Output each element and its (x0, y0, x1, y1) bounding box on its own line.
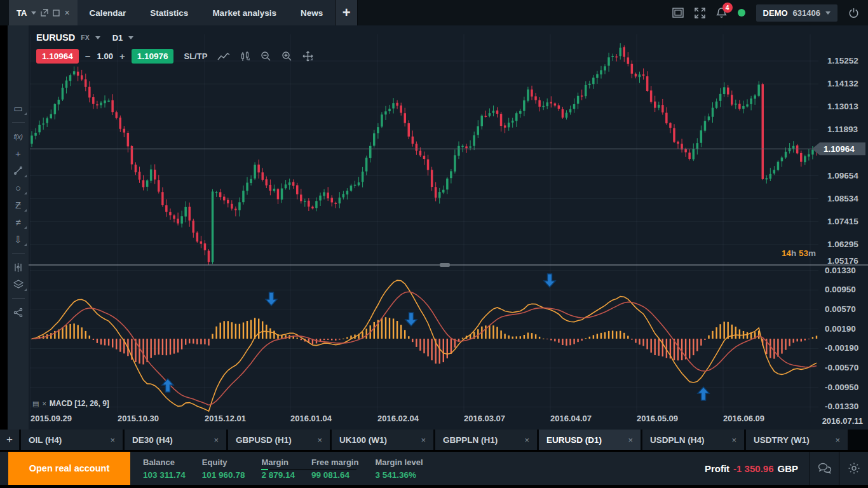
instrument-tab-uk100[interactable]: UK100 (W1)× (332, 430, 433, 450)
date-axis-label: 2015.12.01 (205, 414, 246, 423)
notification-badge: 4 (722, 3, 733, 13)
close-tab-icon[interactable]: × (317, 435, 322, 445)
candlestick-chart-type-icon[interactable] (240, 51, 250, 62)
instrument-tab-label: DE30 (H4) (132, 435, 173, 445)
top-tab-market-analysis[interactable]: Market analysis (200, 0, 288, 25)
price-axis-label: 1.08534 (827, 194, 858, 203)
chart-window-tool[interactable]: ▭ (10, 100, 27, 116)
account-selector[interactable]: DEMO 631406 (756, 4, 837, 22)
line-chart-type-icon[interactable] (217, 52, 230, 61)
price-axis-label: 1.09654 (827, 171, 858, 180)
settings-gear-icon[interactable] (839, 452, 868, 485)
instrument-tab-label: EURUSD (D1) (546, 435, 602, 445)
power-logout-icon[interactable] (848, 8, 859, 18)
price-axis-label: 1.13013 (827, 102, 858, 111)
zoom-out-icon[interactable] (261, 51, 271, 62)
macd-axis-label: -0.00190 (825, 343, 858, 353)
date-axis-label: 2016.04.07 (550, 414, 592, 423)
metric-label: Free margin (311, 458, 358, 467)
close-tab-icon[interactable]: × (110, 435, 115, 445)
macd-axis-label: 0.00570 (825, 304, 856, 314)
date-axis-label: 2016.02.04 (377, 414, 419, 423)
popout-icon[interactable] (41, 9, 48, 17)
close-tab-icon[interactable]: × (214, 435, 219, 445)
notifications-bell-icon[interactable]: 4 (716, 7, 727, 18)
volume-profile-tool[interactable] (10, 259, 27, 275)
fibonacci-tool[interactable]: ≠ (10, 214, 27, 230)
metric-value: 3 541.36% (375, 470, 423, 480)
sell-button[interactable]: 1.10964 (36, 49, 79, 64)
top-tab-strip: CalendarStatisticsMarket analysisNews (78, 0, 336, 25)
chat-button[interactable] (810, 452, 839, 485)
arrow-marker-tool[interactable]: ⇩ (10, 231, 27, 247)
price-axis-label: 1.14132 (827, 79, 858, 88)
instrument-tab-label: OIL (H4) (29, 435, 62, 445)
volume-decrease-button[interactable]: − (85, 51, 91, 62)
date-axis-label: 2016.01.04 (290, 414, 332, 423)
metric-label: Balance (143, 458, 186, 467)
crosshair-add-tool[interactable]: + (10, 146, 27, 161)
maximize-icon[interactable] (53, 10, 60, 17)
close-tab-icon[interactable]: × (628, 435, 633, 445)
volume-value[interactable]: 1.00 (97, 51, 113, 61)
close-workspace-icon[interactable]: × (64, 8, 69, 17)
open-real-account-button[interactable]: Open real account (8, 452, 130, 485)
metric-label: Margin (261, 458, 295, 467)
close-tab-icon[interactable]: × (835, 435, 840, 445)
instrument-tab-label: GBPUSD (H1) (236, 435, 292, 445)
layers-tool[interactable] (10, 276, 27, 292)
indicator-label: ▤ × MACD [12, 26, 9] (32, 399, 109, 408)
instrument-tab-usdtry[interactable]: USDTRY (W1)× (746, 430, 848, 450)
metric-label: Equity (202, 458, 245, 467)
close-tab-icon[interactable]: × (524, 435, 529, 445)
date-axis-label: 2016.05.09 (637, 414, 678, 423)
add-workspace-tab-button[interactable]: + (335, 0, 358, 25)
macd-axis-label: 0.01330 (825, 266, 856, 275)
buy-button[interactable]: 1.10976 (132, 49, 174, 64)
workspace-menu[interactable]: TA × (9, 0, 78, 25)
top-tab-calendar[interactable]: Calendar (78, 0, 139, 25)
chart-header: EURUSD FX D1 1.10964 − 1.00 + 1.10976 SL… (36, 32, 313, 64)
move-chart-icon[interactable] (302, 51, 313, 62)
workspace-title: TA (17, 8, 27, 18)
symbol-dropdown-icon[interactable] (95, 36, 100, 39)
volume-increase-button[interactable]: + (119, 51, 125, 62)
top-tab-statistics[interactable]: Statistics (138, 0, 200, 25)
topbar-left-pad (0, 0, 9, 25)
price-chart[interactable]: 1.10964 (29, 25, 868, 430)
top-bar: TA × CalendarStatisticsMarket analysisNe… (0, 0, 868, 25)
trendline-tool[interactable] (10, 163, 27, 179)
instrument-tab-oil[interactable]: OIL (H4)× (21, 430, 123, 450)
metric-free-margin: Free margin99 081.64 (311, 458, 375, 480)
instrument-tab-gbppln[interactable]: GBPPLN (H1)× (435, 430, 537, 450)
timeframe-label: D1 (112, 33, 123, 43)
timeframe-dropdown-icon[interactable] (128, 36, 133, 39)
instrument-tab-eurusd[interactable]: EURUSD (D1)× (539, 430, 641, 450)
indicator-close-icon[interactable]: × (42, 400, 46, 407)
date-axis-label: 2016.06.09 (723, 414, 764, 423)
top-tab-news[interactable]: News (288, 0, 335, 25)
instrument-tab-de30[interactable]: DE30 (H4)× (125, 430, 226, 450)
zoom-in-icon[interactable] (281, 51, 292, 62)
close-tab-icon[interactable]: × (731, 435, 736, 445)
price-axis-label: 1.11893 (827, 125, 858, 134)
price-axis-label: 1.06295 (827, 240, 858, 249)
share-tool[interactable] (10, 304, 27, 320)
instrument-tab-usdpln[interactable]: USDPLN (H4)× (642, 430, 744, 450)
ellipse-tool[interactable]: ○ (10, 180, 27, 196)
elliott-wave-tool[interactable]: Ƶ (10, 197, 27, 213)
status-bar: Open real account Balance103 311.74Equit… (0, 452, 868, 485)
add-instrument-tab-button[interactable]: + (0, 430, 19, 450)
instrument-tab-label: GBPPLN (H1) (443, 435, 498, 445)
layout-icon[interactable] (672, 8, 684, 18)
sltp-button[interactable]: SL/TP (184, 51, 207, 61)
chart-canvas[interactable]: 1.10964 EURUSD FX D1 1.10964 − 1.00 + 1.… (29, 25, 868, 430)
indicator-settings-icon[interactable]: ▤ (32, 400, 39, 408)
indicators-tool[interactable]: f(x) (10, 128, 27, 144)
close-tab-icon[interactable]: × (421, 435, 426, 445)
instrument-tab-label: USDPLN (H4) (650, 435, 705, 445)
instrument-tab-gbpusd[interactable]: GBPUSD (H1)× (228, 430, 330, 450)
fullscreen-icon[interactable] (695, 8, 705, 18)
instrument-tab-label: USDTRY (W1) (754, 435, 810, 445)
instrument-tab-bar: +OIL (H4)×DE30 (H4)×GBPUSD (H1)×UK100 (W… (0, 430, 868, 450)
